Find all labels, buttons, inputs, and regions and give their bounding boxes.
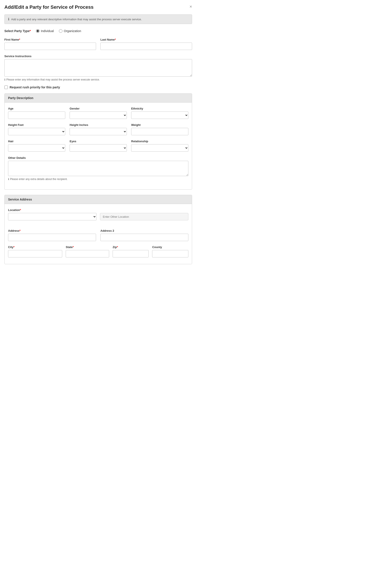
city-input[interactable] <box>8 250 62 258</box>
hint-icon: ℹ <box>4 78 5 81</box>
weight-label: Weight <box>131 123 188 127</box>
address2-label: Address 2 <box>100 229 188 232</box>
relationship-label: Relationship <box>131 140 188 143</box>
row-age-gender-ethnicity: Age Gender Male Female Other Ethnicity H… <box>8 107 188 119</box>
other-details-hint-icon: ℹ <box>8 178 9 181</box>
radio-organization[interactable]: Organization <box>59 29 81 33</box>
city-group: City* <box>8 245 62 258</box>
radio-individual[interactable]: Individual <box>36 29 54 33</box>
city-label: City* <box>8 245 62 249</box>
county-label: County <box>152 245 188 249</box>
gender-select[interactable]: Male Female Other <box>70 112 127 119</box>
hair-label: Hair <box>8 140 65 143</box>
close-button[interactable]: × <box>189 4 192 9</box>
radio-organization-input[interactable] <box>59 29 62 33</box>
hair-select[interactable]: BlackBrownBlondeRedGrayWhiteBald <box>8 144 65 152</box>
service-address-body: Location* Home Work Other Address* <box>4 204 192 264</box>
age-input[interactable] <box>8 112 65 119</box>
info-banner: ℹ Add a party and any relevant descripti… <box>4 14 192 24</box>
other-details-group: Other Details ℹ Please enter any extra d… <box>8 156 188 181</box>
address-group: Address* <box>8 229 96 241</box>
ethnicity-select[interactable]: Hispanic White Black Asian Other <box>131 112 188 119</box>
party-type-row: Select Party Type* Individual Organizati… <box>4 29 192 33</box>
party-type-radio-group: Individual Organization <box>36 29 81 33</box>
last-name-input[interactable] <box>100 43 192 50</box>
relationship-select[interactable]: SpouseParentSiblingChildOther <box>131 144 188 152</box>
first-name-label: First Name* <box>4 38 96 41</box>
other-location-input[interactable] <box>100 213 188 220</box>
name-row: First Name* Last Name* <box>4 38 192 50</box>
party-type-label: Select Party Type* <box>4 29 31 33</box>
gender-group: Gender Male Female Other <box>70 107 127 119</box>
age-group: Age <box>8 107 65 119</box>
location-label: Location* <box>8 208 188 212</box>
row-height-weight: Height Feet 4567 Height Inches 01234 567… <box>8 123 188 135</box>
zip-group: Zip* <box>113 245 149 258</box>
height-inches-select[interactable]: 01234 56789 1011 <box>70 128 127 135</box>
info-banner-text: Add a party and any relevant descriptive… <box>11 18 142 21</box>
service-instructions-textarea[interactable] <box>4 59 192 77</box>
zip-input[interactable] <box>113 250 149 258</box>
rush-priority-checkbox[interactable] <box>4 86 8 89</box>
height-feet-group: Height Feet 4567 <box>8 123 65 135</box>
party-description-header: Party Description <box>4 94 192 103</box>
radio-individual-input[interactable] <box>36 29 39 33</box>
height-feet-select[interactable]: 4567 <box>8 128 65 135</box>
modal-title: Add/Edit a Party for Service of Process <box>4 4 93 10</box>
service-instructions-hint: ℹ Please enter any information that may … <box>4 78 192 81</box>
eyes-label: Eyes <box>70 140 127 143</box>
eyes-group: Eyes BrownBlueGreenHazelGray <box>70 140 127 152</box>
hair-group: Hair BlackBrownBlondeRedGrayWhiteBald <box>8 140 65 152</box>
party-type-required-star: * <box>30 29 31 33</box>
address-input[interactable] <box>8 234 96 241</box>
service-address-card: Service Address Location* Home Work Othe… <box>4 195 192 264</box>
rush-priority-label: Request rush priority for this party <box>10 86 60 89</box>
other-details-hint: ℹ Please enter any extra details about t… <box>8 178 188 181</box>
state-group: State* <box>66 245 109 258</box>
gender-label: Gender <box>70 107 127 110</box>
age-label: Age <box>8 107 65 110</box>
county-input[interactable] <box>152 250 188 258</box>
height-inches-label: Height Inches <box>70 123 127 127</box>
height-feet-label: Height Feet <box>8 123 65 127</box>
ethnicity-label: Ethnicity <box>131 107 188 110</box>
last-name-label: Last Name* <box>100 38 192 41</box>
location-input-row: Home Work Other <box>8 213 188 220</box>
address-row: Address* Address 2 <box>8 229 188 241</box>
row-hair-eyes-relationship: Hair BlackBrownBlondeRedGrayWhiteBald Ey… <box>8 140 188 152</box>
city-state-zip-county-row: City* State* Zip* County <box>8 245 188 258</box>
county-group: County <box>152 245 188 258</box>
weight-group: Weight <box>131 123 188 135</box>
address-label: Address* <box>8 229 96 232</box>
zip-label: Zip* <box>113 245 149 249</box>
first-name-input[interactable] <box>4 43 96 50</box>
location-group: Location* Home Work Other <box>8 208 188 225</box>
service-instructions-label: Service Instructions <box>4 55 31 58</box>
service-instructions-group: Service Instructions ℹ Please enter any … <box>4 54 192 81</box>
party-description-card: Party Description Age Gender Male Female… <box>4 93 192 190</box>
weight-input[interactable] <box>131 128 188 135</box>
address2-group: Address 2 <box>100 229 188 241</box>
info-icon: ℹ <box>8 17 9 21</box>
address2-input[interactable] <box>100 234 188 241</box>
rush-priority-row: Request rush priority for this party <box>4 86 192 89</box>
ethnicity-group: Ethnicity Hispanic White Black Asian Oth… <box>131 107 188 119</box>
first-name-group: First Name* <box>4 38 96 50</box>
service-address-header: Service Address <box>4 195 192 204</box>
other-details-textarea[interactable] <box>8 161 188 176</box>
state-label: State* <box>66 245 109 249</box>
height-inches-group: Height Inches 01234 56789 1011 <box>70 123 127 135</box>
state-input[interactable] <box>66 250 109 258</box>
other-details-label: Other Details <box>8 156 26 160</box>
relationship-group: Relationship SpouseParentSiblingChildOth… <box>131 140 188 152</box>
modal-header: Add/Edit a Party for Service of Process … <box>4 4 192 10</box>
location-select[interactable]: Home Work Other <box>8 213 96 220</box>
radio-individual-label: Individual <box>41 29 54 33</box>
eyes-select[interactable]: BrownBlueGreenHazelGray <box>70 144 127 152</box>
radio-organization-label: Organization <box>64 29 81 33</box>
party-description-body: Age Gender Male Female Other Ethnicity H… <box>4 103 192 189</box>
last-name-group: Last Name* <box>100 38 192 50</box>
